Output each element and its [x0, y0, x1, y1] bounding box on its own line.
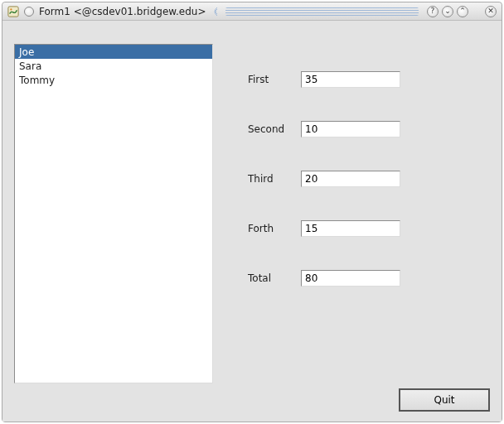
content-area: Joe Sara Tommy First Second Third Forth: [2, 21, 502, 422]
svg-rect-0: [8, 6, 18, 16]
app-window: Form1 <@csdev01.bridgew.edu> ? ⌄ ⌃ ✕ Joe…: [2, 2, 502, 422]
list-item[interactable]: Joe: [15, 45, 212, 59]
form-area: First Second Third Forth Total: [248, 70, 463, 319]
quit-button[interactable]: Quit: [399, 388, 490, 412]
titlebar: Form1 <@csdev01.bridgew.edu> ? ⌄ ⌃ ✕: [2, 2, 502, 21]
app-icon: [7, 6, 19, 17]
input-first[interactable]: [301, 71, 400, 88]
window-title: Form1 <@csdev01.bridgew.edu>: [39, 6, 206, 17]
svg-point-1: [10, 8, 12, 10]
maximize-button[interactable]: ⌃: [457, 6, 468, 17]
close-button[interactable]: ✕: [485, 6, 497, 17]
pin-icon[interactable]: [24, 7, 34, 17]
name-listbox[interactable]: Joe Sara Tommy: [14, 44, 213, 383]
label-total: Total: [248, 272, 301, 284]
label-second: Second: [248, 123, 301, 135]
row-total: Total: [248, 269, 463, 287]
input-forth[interactable]: [301, 220, 400, 237]
list-item[interactable]: Sara: [15, 59, 212, 73]
label-first: First: [248, 74, 301, 85]
titlebar-stripes: [225, 7, 419, 16]
minimize-button[interactable]: ⌄: [442, 6, 453, 17]
input-total[interactable]: [301, 270, 400, 287]
list-item[interactable]: Tommy: [15, 73, 212, 87]
help-button[interactable]: ?: [427, 6, 439, 17]
row-third: Third: [248, 170, 463, 188]
titlebar-controls: ? ⌄ ⌃ ✕: [427, 6, 497, 17]
row-first: First: [248, 70, 463, 89]
row-second: Second: [248, 120, 463, 138]
input-third[interactable]: [301, 171, 400, 187]
titlebar-stripes-left-cap: [211, 6, 217, 17]
label-forth: Forth: [248, 223, 301, 234]
row-forth: Forth: [248, 219, 463, 238]
input-second[interactable]: [301, 121, 400, 137]
label-third: Third: [248, 173, 301, 185]
